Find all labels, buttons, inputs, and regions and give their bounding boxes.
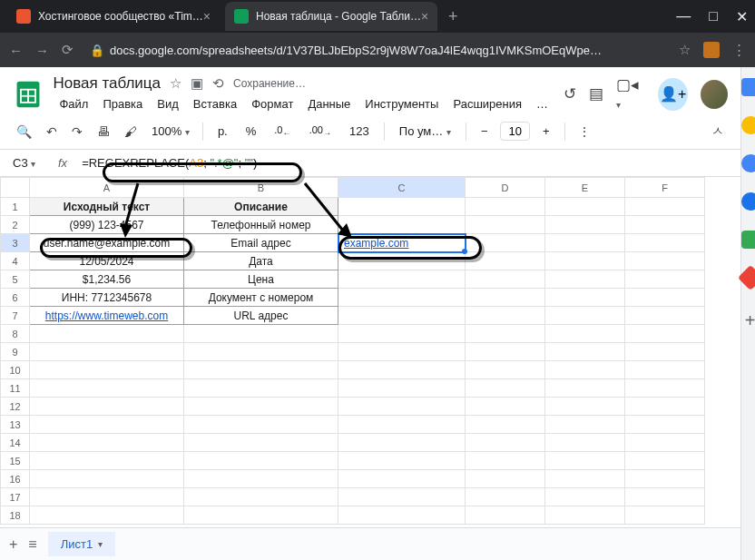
decrease-decimal[interactable]: .0← bbox=[269, 124, 296, 138]
browser-tab-2[interactable]: Новая таблица - Google Табли… × bbox=[225, 2, 437, 31]
menu-data[interactable]: Данные bbox=[301, 94, 357, 113]
more-icon[interactable]: ⋮ bbox=[574, 121, 594, 142]
cell[interactable] bbox=[466, 270, 545, 289]
row-header[interactable]: 10 bbox=[1, 361, 30, 379]
calendar-icon[interactable] bbox=[741, 78, 755, 96]
star-icon[interactable]: ☆ bbox=[679, 42, 691, 58]
cell[interactable] bbox=[625, 252, 705, 270]
doc-title[interactable]: Новая таблица bbox=[53, 74, 161, 93]
cell[interactable]: Документ с номером bbox=[184, 289, 338, 307]
cell[interactable] bbox=[466, 307, 545, 325]
cell[interactable] bbox=[466, 343, 545, 361]
cell[interactable] bbox=[184, 452, 338, 470]
row-header[interactable]: 7 bbox=[1, 307, 30, 325]
cell[interactable] bbox=[466, 361, 545, 379]
cell[interactable] bbox=[184, 379, 338, 398]
cell[interactable]: ИНН: 7712345678 bbox=[30, 289, 184, 307]
cell[interactable] bbox=[625, 270, 705, 289]
row-header[interactable]: 18 bbox=[1, 506, 30, 525]
cell[interactable] bbox=[466, 488, 545, 506]
cell[interactable] bbox=[338, 361, 466, 379]
name-box[interactable]: C3 ▾ bbox=[13, 156, 49, 170]
cell[interactable] bbox=[545, 416, 625, 434]
cell[interactable] bbox=[466, 198, 545, 216]
cell[interactable] bbox=[30, 434, 184, 452]
cell[interactable] bbox=[466, 216, 545, 234]
cell[interactable] bbox=[545, 506, 625, 525]
cell[interactable] bbox=[625, 343, 705, 361]
row-header[interactable]: 1 bbox=[1, 198, 30, 216]
cell[interactable] bbox=[545, 452, 625, 470]
cell[interactable] bbox=[338, 452, 466, 470]
cell[interactable] bbox=[545, 270, 625, 289]
cell[interactable] bbox=[338, 398, 466, 416]
cell[interactable] bbox=[625, 470, 705, 488]
cell[interactable] bbox=[30, 398, 184, 416]
collapse-icon[interactable]: ㅅ bbox=[708, 120, 728, 143]
cell[interactable] bbox=[545, 398, 625, 416]
new-tab-button[interactable]: + bbox=[448, 7, 458, 26]
cell[interactable] bbox=[338, 289, 466, 307]
redo-icon[interactable]: ↷ bbox=[68, 121, 86, 142]
close-icon[interactable]: × bbox=[421, 9, 428, 24]
cell[interactable] bbox=[545, 289, 625, 307]
cell[interactable] bbox=[184, 506, 338, 525]
add-sheet-icon[interactable]: + bbox=[9, 536, 17, 553]
comment-icon[interactable]: ▤ bbox=[589, 84, 603, 103]
cell[interactable] bbox=[466, 452, 545, 470]
reload-icon[interactable]: ⟳ bbox=[62, 42, 74, 58]
row-header[interactable]: 15 bbox=[1, 452, 30, 470]
cell[interactable] bbox=[545, 361, 625, 379]
cell[interactable]: $1,234.56 bbox=[30, 270, 184, 289]
col-header[interactable]: E bbox=[545, 178, 625, 198]
cell[interactable] bbox=[466, 325, 545, 343]
currency-button[interactable]: р. bbox=[212, 124, 233, 138]
cell[interactable] bbox=[338, 416, 466, 434]
sheet-tab[interactable]: Лист1 ▾ bbox=[48, 532, 115, 556]
row-header[interactable]: 17 bbox=[1, 488, 30, 506]
row-header[interactable]: 13 bbox=[1, 416, 30, 434]
cell[interactable] bbox=[545, 216, 625, 234]
formula-input[interactable]: =REGEXREPLACE(A3; ".*@"; "") bbox=[76, 154, 262, 172]
contacts-icon[interactable] bbox=[741, 192, 755, 211]
cell[interactable] bbox=[30, 379, 184, 398]
cell[interactable] bbox=[625, 216, 705, 234]
cell[interactable] bbox=[625, 416, 705, 434]
cell[interactable] bbox=[338, 216, 466, 234]
cell[interactable] bbox=[545, 379, 625, 398]
cell[interactable] bbox=[545, 307, 625, 325]
cell[interactable] bbox=[30, 343, 184, 361]
row-header[interactable]: 4 bbox=[1, 252, 30, 270]
cell[interactable] bbox=[338, 252, 466, 270]
meet-icon[interactable]: ▢◂ ▾ bbox=[616, 75, 645, 113]
cell[interactable] bbox=[30, 416, 184, 434]
url-field[interactable]: 🔒docs.google.com/spreadsheets/d/1V37BLJb… bbox=[90, 44, 666, 57]
cell[interactable] bbox=[466, 416, 545, 434]
cell[interactable] bbox=[30, 506, 184, 525]
cell[interactable] bbox=[625, 398, 705, 416]
row-header[interactable]: 5 bbox=[1, 270, 30, 289]
close-icon[interactable]: ✕ bbox=[736, 8, 748, 25]
cell[interactable]: 12/05/2024 bbox=[30, 252, 184, 270]
cell[interactable] bbox=[545, 252, 625, 270]
forward-icon[interactable]: → bbox=[35, 43, 49, 58]
cell[interactable] bbox=[338, 434, 466, 452]
col-header[interactable]: A bbox=[30, 178, 184, 198]
cell[interactable] bbox=[338, 379, 466, 398]
extension-icon[interactable] bbox=[703, 42, 720, 58]
menu-edit[interactable]: Правка bbox=[96, 94, 149, 113]
undo-icon[interactable]: ↶ bbox=[43, 121, 61, 142]
increase-decimal[interactable]: .00→ bbox=[304, 124, 337, 138]
cell[interactable] bbox=[625, 434, 705, 452]
active-cell[interactable]: example.com bbox=[338, 234, 466, 252]
col-header[interactable]: D bbox=[466, 178, 545, 198]
cell[interactable] bbox=[338, 307, 466, 325]
number-format[interactable]: 123 bbox=[344, 124, 375, 138]
cell[interactable] bbox=[338, 270, 466, 289]
print-icon[interactable]: 🖶 bbox=[93, 121, 113, 142]
cell[interactable] bbox=[466, 289, 545, 307]
cell[interactable]: Цена bbox=[184, 270, 338, 289]
cell[interactable] bbox=[184, 361, 338, 379]
menu-format[interactable]: Формат bbox=[245, 94, 299, 113]
menu-icon[interactable]: ⋮ bbox=[732, 42, 746, 58]
